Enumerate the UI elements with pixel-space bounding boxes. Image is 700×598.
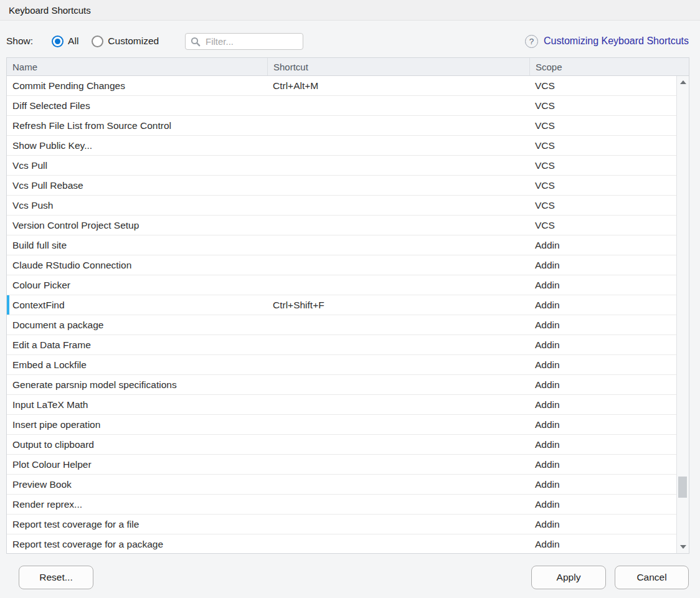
cell-name: Diff Selected Files [7, 96, 267, 115]
cell-scope: Addin [529, 335, 689, 354]
cell-name: Show Public Key... [7, 136, 267, 155]
search-icon [191, 37, 201, 47]
dialog-title: Keyboard Shortcuts [9, 5, 91, 16]
table-row[interactable]: Embed a Lockfile Addin [7, 355, 689, 375]
cell-shortcut [267, 275, 529, 295]
cell-name: Build full site [7, 235, 267, 255]
cell-shortcut [267, 395, 529, 414]
cell-name: Refresh File List from Source Control [7, 116, 267, 135]
scroll-down-button[interactable] [677, 542, 689, 552]
table-row[interactable]: Vcs Pull Rebase VCS [7, 176, 689, 196]
cell-scope: VCS [529, 116, 689, 135]
cell-shortcut [267, 216, 529, 235]
cell-scope: Addin [529, 435, 689, 454]
table-row[interactable]: Render reprex... Addin [7, 495, 689, 515]
scroll-up-icon [680, 80, 686, 84]
cell-name: Vcs Pull Rebase [7, 176, 267, 195]
table-row[interactable]: Diff Selected Files VCS [7, 96, 689, 116]
scroll-down-icon [680, 545, 686, 549]
cell-scope: VCS [529, 96, 689, 115]
cell-name: Plot Colour Helper [7, 455, 267, 474]
cell-scope: Addin [529, 495, 689, 514]
cell-scope: Addin [529, 275, 689, 295]
filter-input[interactable] [206, 36, 298, 47]
cell-scope: VCS [529, 196, 689, 215]
cell-shortcut [267, 355, 529, 374]
column-header-scope: Scope [529, 58, 689, 75]
table-row[interactable]: Show Public Key... VCS [7, 136, 689, 156]
cell-scope: VCS [529, 76, 689, 95]
cell-shortcut [267, 375, 529, 394]
help-link[interactable]: Customizing Keyboard Shortcuts [544, 36, 689, 47]
table-row[interactable]: Generate parsnip model specifications Ad… [7, 375, 689, 395]
cell-scope: Addin [529, 395, 689, 414]
cell-name: ContextFind [7, 295, 267, 315]
table-row[interactable]: Report test coverage for a package Addin [7, 534, 689, 553]
table-row[interactable]: Report test coverage for a file Addin [7, 515, 689, 534]
cell-name: Document a package [7, 315, 267, 335]
shortcuts-table: Name Shortcut Scope Commit Pending Chang… [6, 57, 689, 554]
cell-shortcut [267, 255, 529, 275]
cell-shortcut [267, 96, 529, 115]
cell-scope: Addin [529, 475, 689, 494]
cancel-button[interactable]: Cancel [615, 566, 689, 589]
table-row[interactable]: Insert pipe operation Addin [7, 415, 689, 435]
cell-shortcut [267, 534, 529, 553]
radio-all-label[interactable]: All [68, 36, 78, 47]
cell-name: Report test coverage for a package [7, 534, 267, 553]
cell-name: Version Control Project Setup [7, 216, 267, 235]
cell-shortcut [267, 196, 529, 215]
cell-name: Embed a Lockfile [7, 355, 267, 374]
column-header-name: Name [7, 58, 267, 75]
cell-shortcut [267, 315, 529, 335]
cell-scope: VCS [529, 216, 689, 235]
cell-name: Colour Picker [7, 275, 267, 295]
table-row[interactable]: Colour Picker Addin [7, 275, 689, 295]
cell-name: Vcs Push [7, 196, 267, 215]
table-row[interactable]: Input LaTeX Math Addin [7, 395, 689, 415]
scrollbar-thumb[interactable] [678, 477, 687, 498]
cell-name: Claude RStudio Connection [7, 255, 267, 275]
radio-all[interactable] [52, 36, 64, 47]
table-row[interactable]: ContextFind Ctrl+Shift+F Addin [7, 295, 689, 315]
table-row[interactable]: Document a package Addin [7, 315, 689, 335]
dialog-titlebar: Keyboard Shortcuts [0, 0, 700, 21]
table-row[interactable]: Output to clipboard Addin [7, 435, 689, 455]
radio-group-all: All [52, 36, 78, 47]
table-row[interactable]: Vcs Pull VCS [7, 156, 689, 176]
cell-shortcut [267, 335, 529, 354]
cell-scope: VCS [529, 156, 689, 175]
cell-shortcut: Ctrl+Shift+F [267, 295, 529, 315]
cell-shortcut [267, 435, 529, 454]
table-row[interactable]: Claude RStudio Connection Addin [7, 255, 689, 275]
cell-shortcut [267, 116, 529, 135]
cell-scope: Addin [529, 295, 689, 315]
scroll-up-button[interactable] [677, 77, 689, 87]
radio-group-customized: Customized [92, 36, 159, 47]
cell-shortcut [267, 495, 529, 514]
help-icon[interactable]: ? [525, 35, 538, 48]
table-row[interactable]: Edit a Data Frame Addin [7, 335, 689, 355]
cell-name: Preview Book [7, 475, 267, 494]
table-row[interactable]: Plot Colour Helper Addin [7, 455, 689, 475]
radio-customized-label[interactable]: Customized [108, 36, 159, 47]
table-row[interactable]: Build full site Addin [7, 235, 689, 255]
table-row[interactable]: Vcs Push VCS [7, 196, 689, 216]
cell-shortcut [267, 455, 529, 474]
cell-scope: VCS [529, 176, 689, 195]
table-row[interactable]: Refresh File List from Source Control VC… [7, 116, 689, 136]
vertical-scrollbar[interactable] [676, 76, 689, 553]
cell-scope: Addin [529, 515, 689, 534]
table-header: Name Shortcut Scope [7, 58, 689, 76]
cell-name: Input LaTeX Math [7, 395, 267, 414]
radio-customized[interactable] [92, 36, 103, 47]
reset-button[interactable]: Reset... [19, 566, 93, 589]
table-row[interactable]: Preview Book Addin [7, 475, 689, 495]
table-row[interactable]: Version Control Project Setup VCS [7, 216, 689, 235]
shortcut-table-body: Commit Pending Changes Ctrl+Alt+M VCS Di… [7, 76, 689, 553]
cell-shortcut [267, 235, 529, 255]
apply-button[interactable]: Apply [531, 566, 606, 589]
help-area: ? Customizing Keyboard Shortcuts [525, 35, 689, 48]
cell-scope: VCS [529, 136, 689, 155]
table-row[interactable]: Commit Pending Changes Ctrl+Alt+M VCS [7, 76, 689, 96]
